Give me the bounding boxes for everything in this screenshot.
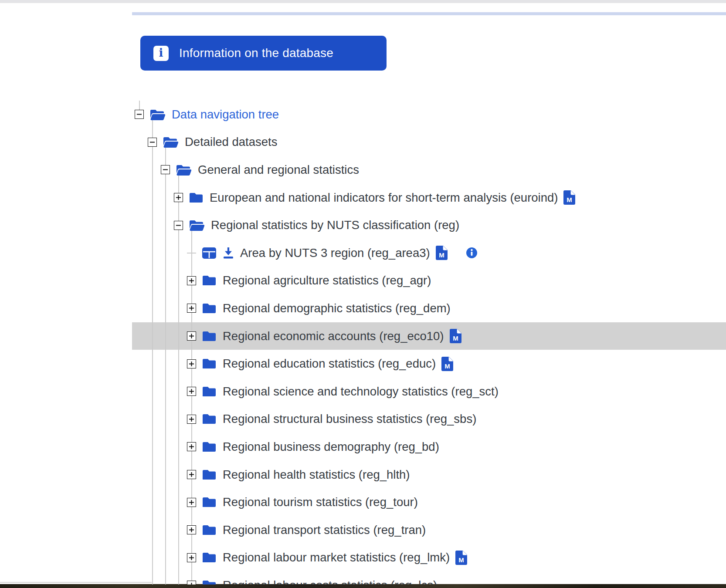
tree-row: Regional transport statistics (reg_tran): [132, 516, 726, 544]
folder-closed-icon: [202, 579, 217, 585]
tree-row: Area by NUTS 3 region (reg_area3) M: [132, 239, 726, 267]
metadata-icon[interactable]: M: [455, 551, 467, 565]
tree-row: Regional business demography (reg_bd): [132, 433, 726, 461]
expand-toggle[interactable]: [174, 193, 183, 202]
collapse-toggle[interactable]: [148, 138, 157, 147]
tree-item-label[interactable]: Regional tourism statistics (reg_tour): [223, 495, 418, 509]
folder-closed-icon: [202, 385, 217, 398]
tree-item-label[interactable]: Regional economic accounts (reg_eco10): [223, 329, 444, 343]
folder-closed-icon: [202, 330, 217, 342]
tree-row: Data navigation tree: [132, 101, 726, 128]
top-divider-line: [0, 0, 726, 3]
tree-row: General and regional statistics: [132, 156, 726, 184]
tree-row: Regional economic accounts (reg_eco10) M: [132, 322, 726, 350]
tree-row: Regional statistics by NUTS classificati…: [132, 211, 726, 239]
folder-open-icon: [163, 136, 179, 148]
folder-open-icon: [189, 219, 205, 231]
tree-row: Regional science and technology statisti…: [132, 378, 726, 406]
tree-item-label[interactable]: Area by NUTS 3 region (reg_area3): [240, 246, 430, 260]
expand-toggle[interactable]: [187, 359, 196, 368]
expand-toggle[interactable]: [187, 553, 196, 562]
metadata-icon[interactable]: M: [441, 357, 453, 371]
tree-item-label[interactable]: Regional agriculture statistics (reg_agr…: [223, 274, 431, 287]
expand-toggle[interactable]: [187, 470, 196, 479]
tree-item-label[interactable]: Regional demographic statistics (reg_dem…: [223, 301, 451, 315]
expand-toggle[interactable]: [187, 331, 196, 341]
svg-text:M: M: [453, 335, 458, 342]
folder-closed-icon: [189, 192, 204, 204]
table-icon[interactable]: [202, 247, 217, 260]
folder-closed-icon: [202, 551, 217, 564]
tree-item-label[interactable]: Regional labour costs statistics (reg_lc…: [223, 578, 437, 585]
tree-row: Regional agriculture statistics (reg_agr…: [132, 267, 726, 295]
tree-item-label[interactable]: Data navigation tree: [172, 108, 279, 122]
expand-toggle[interactable]: [187, 498, 196, 507]
svg-text:M: M: [439, 251, 444, 259]
information-on-database-button[interactable]: i Information on the database: [140, 36, 387, 71]
svg-text:M: M: [458, 556, 464, 564]
info-button-label: Information on the database: [179, 46, 333, 60]
tree-row: European and national indicators for sho…: [132, 184, 726, 212]
tree-item-label[interactable]: Regional structural business statistics …: [223, 412, 476, 426]
expand-toggle[interactable]: [187, 442, 196, 451]
tree-item-label[interactable]: Regional business demography (reg_bd): [223, 440, 439, 454]
info-icon[interactable]: [466, 247, 478, 259]
tree-item-label[interactable]: Regional statistics by NUTS classificati…: [211, 218, 459, 232]
tree-rows-container: Data navigation tree Detailed datasets: [132, 101, 726, 585]
expand-toggle[interactable]: [187, 415, 196, 424]
tree-connector: [187, 253, 196, 253]
folder-closed-icon: [202, 413, 217, 425]
folder-closed-icon: [202, 358, 217, 370]
collapse-toggle[interactable]: [174, 221, 183, 230]
folder-closed-icon: [202, 302, 217, 314]
download-icon[interactable]: [223, 247, 234, 260]
folder-closed-icon: [202, 524, 217, 536]
tree-row: Regional education statistics (reg_educ)…: [132, 350, 726, 378]
expand-toggle[interactable]: [187, 304, 196, 313]
folder-open-icon: [176, 164, 192, 176]
data-navigation-tree: Data navigation tree Detailed datasets: [132, 101, 726, 585]
expand-toggle[interactable]: [187, 276, 196, 285]
svg-text:M: M: [444, 362, 450, 370]
tree-row: Regional health statistics (reg_hlth): [132, 461, 726, 489]
info-square-icon: i: [153, 46, 169, 61]
tree-item-label[interactable]: Regional education statistics (reg_educ): [223, 357, 436, 371]
tree-row: Regional structural business statistics …: [132, 406, 726, 433]
folder-closed-icon: [202, 274, 217, 287]
metadata-icon[interactable]: M: [436, 246, 448, 260]
collapse-toggle[interactable]: [135, 110, 144, 119]
expand-toggle[interactable]: [187, 525, 196, 534]
bottom-page-edge: [0, 584, 726, 588]
expand-toggle[interactable]: [187, 387, 196, 396]
tree-item-label[interactable]: Regional health statistics (reg_hlth): [223, 468, 410, 482]
tree-item-label[interactable]: European and national indicators for sho…: [210, 191, 558, 205]
tree-item-label[interactable]: General and regional statistics: [198, 163, 359, 177]
horizontal-scrollbar[interactable]: [132, 12, 726, 15]
tree-item-label[interactable]: Regional labour market statistics (reg_l…: [223, 551, 450, 564]
bottom-edge-line: [0, 582, 152, 583]
folder-open-icon: [149, 108, 166, 121]
folder-closed-icon: [202, 469, 217, 481]
tree-row: Regional demographic statistics (reg_dem…: [132, 294, 726, 322]
tree-row: Regional labour costs statistics (reg_lc…: [132, 571, 726, 585]
tree-item-label[interactable]: Regional transport statistics (reg_tran): [223, 523, 426, 537]
metadata-icon[interactable]: M: [450, 329, 461, 343]
metadata-icon[interactable]: M: [563, 190, 575, 205]
folder-closed-icon: [202, 441, 217, 453]
tree-item-label[interactable]: Detailed datasets: [185, 135, 278, 149]
tree-row: Detailed datasets: [132, 128, 726, 156]
tree-row: Regional labour market statistics (reg_l…: [132, 544, 726, 572]
tree-row: Regional tourism statistics (reg_tour): [132, 488, 726, 516]
collapse-toggle[interactable]: [161, 165, 170, 174]
svg-text:M: M: [567, 196, 573, 203]
tree-item-label[interactable]: Regional science and technology statisti…: [223, 385, 499, 399]
folder-closed-icon: [202, 496, 217, 508]
expand-toggle[interactable]: [187, 581, 196, 585]
